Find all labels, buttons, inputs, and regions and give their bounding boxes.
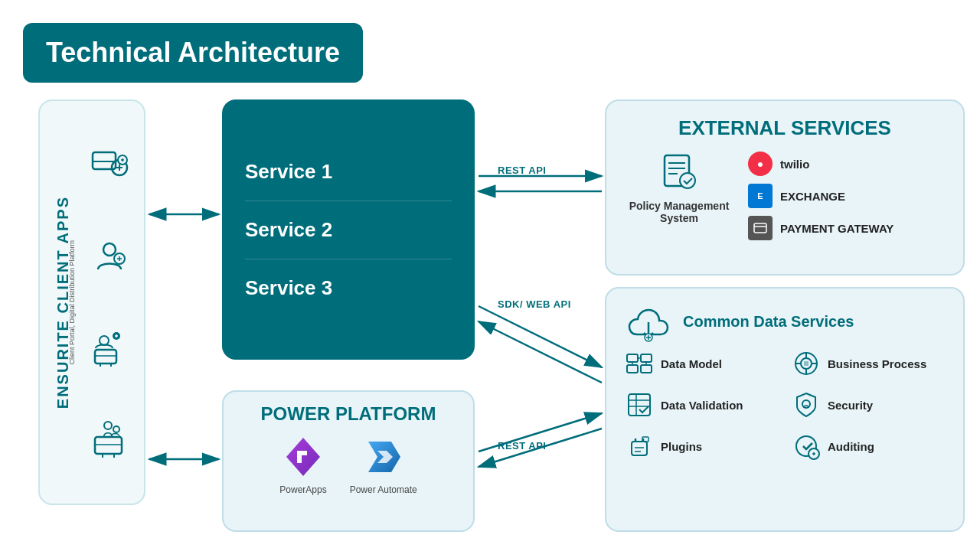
common-data-box: Common Data Services Data Model: [605, 287, 965, 532]
power-platform-box: POWER PLATFORM PowerApps: [222, 390, 475, 532]
auditing-item: Auditing: [792, 432, 944, 460]
exchange-icon: E: [748, 184, 773, 208]
svg-rect-10: [95, 437, 122, 454]
svg-rect-35: [629, 394, 650, 416]
left-icon-4: [89, 418, 131, 460]
service-3: Service 3: [245, 259, 452, 317]
exchange-label: EXCHANGE: [780, 190, 845, 203]
left-panel: ENSURITE CLIENT APPS Client Portal, Digi…: [38, 99, 145, 505]
svg-rect-25: [641, 365, 652, 373]
data-validation-item: Data Validation: [626, 391, 777, 419]
powerautomate-label: Power Automate: [350, 484, 417, 495]
svg-rect-22: [627, 354, 638, 362]
plugins-item: Plugins: [626, 432, 777, 460]
auditing-label: Auditing: [828, 440, 874, 453]
common-data-title: Common Data Services: [683, 313, 854, 331]
policy-mgmt-section: Policy Management System: [626, 152, 733, 224]
twilio-row: ● twilio: [748, 152, 944, 176]
svg-point-4: [103, 243, 116, 256]
data-model-label: Data Model: [661, 357, 722, 370]
svg-rect-23: [627, 365, 638, 373]
svg-point-8: [100, 336, 109, 345]
svg-rect-24: [641, 354, 652, 362]
data-model-item: Data Model: [626, 350, 777, 377]
powerapps-label: PowerApps: [279, 484, 326, 495]
security-label: Security: [828, 399, 873, 412]
sdk-web-api-label: SDK/ WEB API: [498, 298, 571, 310]
svg-rect-40: [632, 442, 647, 455]
powerautomate-item: Power Automate: [350, 434, 417, 495]
business-process-label: Business Process: [828, 357, 926, 370]
security-item: Security: [792, 391, 944, 419]
data-services-grid: Data Model Business Process: [626, 350, 944, 460]
rest-api-label-2: REST API: [498, 440, 546, 452]
data-validation-label: Data Validation: [661, 399, 743, 412]
payment-icon: [748, 216, 773, 240]
exchange-row: E EXCHANGE: [748, 184, 944, 208]
page-title: Technical Architecture: [46, 37, 340, 68]
twilio-label: twilio: [780, 158, 809, 171]
title-box: Technical Architecture: [23, 23, 363, 83]
ext-services-list: ● twilio E EXCHANGE PAYMENT GATEWAY: [748, 152, 944, 240]
twilio-icon: ●: [748, 152, 773, 176]
business-process-item: Business Process: [792, 350, 944, 377]
left-icon-3: [89, 327, 131, 369]
rest-api-label-1: REST API: [498, 165, 546, 176]
svg-line-54: [479, 306, 602, 367]
service-2: Service 2: [245, 201, 452, 259]
svg-point-18: [680, 173, 695, 188]
plugins-label: Plugins: [661, 440, 702, 453]
policy-mgmt-label: Policy Management System: [626, 200, 733, 224]
services-box: Service 1 Service 2 Service 3: [222, 99, 475, 360]
svg-line-55: [479, 321, 602, 383]
svg-rect-6: [95, 350, 116, 364]
service-1: Service 1: [245, 143, 452, 201]
svg-rect-19: [754, 223, 766, 233]
payment-label: PAYMENT GATEWAY: [780, 222, 893, 235]
svg-point-13: [113, 426, 119, 432]
svg-point-12: [104, 422, 112, 429]
power-platform-title: POWER PLATFORM: [261, 403, 436, 425]
payment-row: PAYMENT GATEWAY: [748, 216, 944, 240]
powerapps-item: PowerApps: [279, 434, 326, 495]
left-icon-2: [89, 236, 131, 278]
external-services-box: EXTERNAL SERVICES Policy Management Syst…: [605, 99, 965, 276]
left-panel-subtitle: Client Portal, Digital Distribution Plat…: [68, 240, 76, 365]
external-services-title: EXTERNAL SERVICES: [626, 116, 944, 140]
left-icon-1: [89, 145, 131, 187]
